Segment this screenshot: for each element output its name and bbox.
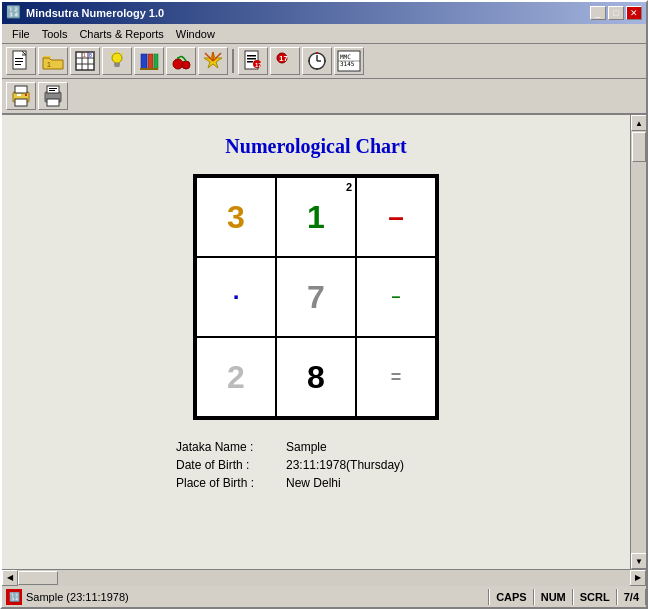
status-icon: 🔢 [6,589,22,605]
calc-button[interactable]: MMC 3145 [334,47,364,75]
grid-cell-0-2: – [356,177,436,257]
status-bar: 🔢 Sample (23:11:1978) CAPS NUM SCRL 7/4 [2,585,646,607]
status-caps: CAPS [489,589,534,605]
menu-window[interactable]: Window [170,26,221,42]
info-value-dob: 23:11:1978(Thursday) [286,458,404,472]
scroll-down-button[interactable]: ▼ [631,553,646,569]
status-num: NUM [534,589,573,605]
svg-text:17: 17 [255,62,262,68]
grid-cell-2-0: 2 [196,337,276,417]
svg-rect-50 [15,86,27,93]
star-button[interactable] [198,47,228,75]
svg-point-41 [316,52,318,54]
svg-rect-58 [49,90,55,91]
info-row-place: Place of Birth : New Delhi [176,476,456,490]
cell-badge-0-1: 2 [346,181,352,193]
cell-value-1-2: – [392,288,401,306]
window-title: Mindsutra Numerology 1.0 [26,7,590,19]
svg-rect-20 [148,54,153,69]
app-window: 🔢 Mindsutra Numerology 1.0 _ □ ✕ File To… [0,0,648,609]
books-button[interactable] [134,47,164,75]
content-panel: Numerological Chart 3 2 1 – · [2,115,630,569]
svg-text:8: 8 [89,52,92,58]
grid-cell-2-2: = [356,337,436,417]
svg-rect-52 [17,94,21,96]
bulb-button[interactable] [102,47,132,75]
grid-cell-2-1: 8 [276,337,356,417]
vertical-scrollbar: ▲ ▼ [630,115,646,569]
svg-rect-31 [247,55,256,57]
svg-rect-56 [47,99,59,106]
grid-button[interactable]: 1 8 [70,47,100,75]
svg-point-43 [308,60,310,62]
status-left: 🔢 Sample (23:11:1978) [2,589,488,605]
menu-file[interactable]: File [6,26,36,42]
cell-value-2-2: = [391,367,402,388]
svg-rect-1 [15,58,23,59]
cell-value-0-0: 3 [227,199,245,236]
title-bar: 🔢 Mindsutra Numerology 1.0 _ □ ✕ [2,2,646,24]
svg-text:MMC: MMC [340,53,351,60]
number17-button[interactable]: 17 [270,47,300,75]
maximize-button[interactable]: □ [608,6,624,20]
svg-rect-15 [115,65,120,67]
svg-text:1: 1 [83,52,86,58]
svg-line-17 [111,53,113,55]
scroll-thumb[interactable] [632,132,646,162]
print-button[interactable] [6,82,36,110]
scroll-left-button[interactable]: ◀ [2,570,18,586]
main-area: Numerological Chart 3 2 1 – · [2,115,646,569]
status-right: CAPS NUM SCRL 7/4 [488,589,646,605]
cell-value-1-0: · [233,283,240,311]
horizontal-scrollbar: ◀ ▶ [2,569,646,585]
main-toolbar: 1 1 8 [2,44,646,79]
svg-text:1: 1 [47,61,51,68]
svg-rect-19 [141,54,147,69]
open-button[interactable]: 1 [38,47,68,75]
status-page: 7/4 [617,589,646,605]
svg-rect-14 [114,63,120,65]
menu-charts-reports[interactable]: Charts & Reports [73,26,169,42]
svg-point-44 [316,68,318,70]
info-value-name: Sample [286,440,327,454]
minimize-button[interactable]: _ [590,6,606,20]
print-toolbar [2,79,646,115]
svg-point-13 [112,53,122,63]
info-section: Jataka Name : Sample Date of Birth : 23:… [176,440,456,494]
status-scrl: SCRL [573,589,617,605]
menu-bar: File Tools Charts & Reports Window [2,24,646,44]
app-icon: 🔢 [6,5,22,21]
info-value-place: New Delhi [286,476,341,490]
info-label-dob: Date of Birth : [176,458,286,472]
svg-rect-21 [154,54,158,69]
window-controls: _ □ ✕ [590,6,642,20]
grid-cell-1-0: · [196,257,276,337]
new-button[interactable] [6,47,36,75]
menu-tools[interactable]: Tools [36,26,74,42]
info-row-dob: Date of Birth : 23:11:1978(Thursday) [176,458,456,472]
status-text: Sample (23:11:1978) [26,591,129,603]
h-scroll-track [18,570,630,586]
svg-rect-22 [140,68,158,70]
cherry-button[interactable] [166,47,196,75]
scroll-track [631,131,646,553]
grid-cell-0-1: 2 1 [276,177,356,257]
scroll-right-button[interactable]: ▶ [630,570,646,586]
svg-rect-55 [47,86,59,93]
svg-line-18 [122,53,124,55]
clock-button[interactable] [302,47,332,75]
cell-value-2-1: 8 [307,359,325,396]
info-label-place: Place of Birth : [176,476,286,490]
info-row-name: Jataka Name : Sample [176,440,456,454]
h-scroll-thumb[interactable] [18,571,58,585]
scroll-up-button[interactable]: ▲ [631,115,646,131]
svg-point-42 [324,60,326,62]
svg-rect-2 [15,61,23,62]
svg-text:17: 17 [279,54,288,63]
print2-button[interactable] [38,82,68,110]
grid-cell-1-1: 7 [276,257,356,337]
document-button[interactable]: 17 [238,47,268,75]
cell-value-1-1: 7 [307,279,325,316]
cell-value-2-0: 2 [227,359,245,396]
close-button[interactable]: ✕ [626,6,642,20]
